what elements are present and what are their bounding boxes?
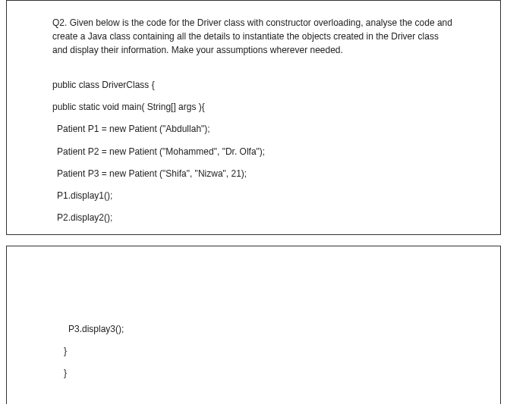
code-line: public static void main( String[] args )… [52, 100, 455, 114]
code-line: Patient P3 = new Patient ("Shifa", "Nizw… [52, 167, 455, 181]
code-line: P3.display3(); [64, 322, 455, 337]
code-line: Patient P1 = new Patient ("Abdullah"); [52, 122, 455, 136]
code-line: } [64, 366, 455, 381]
code-line: P2.display2(); [52, 211, 455, 225]
code-line: public class DriverClass { [52, 78, 455, 92]
code-line: Patient P2 = new Patient ("Mohammed", "D… [52, 145, 455, 159]
document-page-top: Q2. Given below is the code for the Driv… [6, 0, 501, 235]
document-page-bottom: P3.display3(); } } [6, 246, 501, 404]
code-line: P1.display1(); [52, 189, 455, 203]
question-text: Q2. Given below is the code for the Driv… [52, 16, 455, 57]
code-line: } [64, 344, 455, 359]
